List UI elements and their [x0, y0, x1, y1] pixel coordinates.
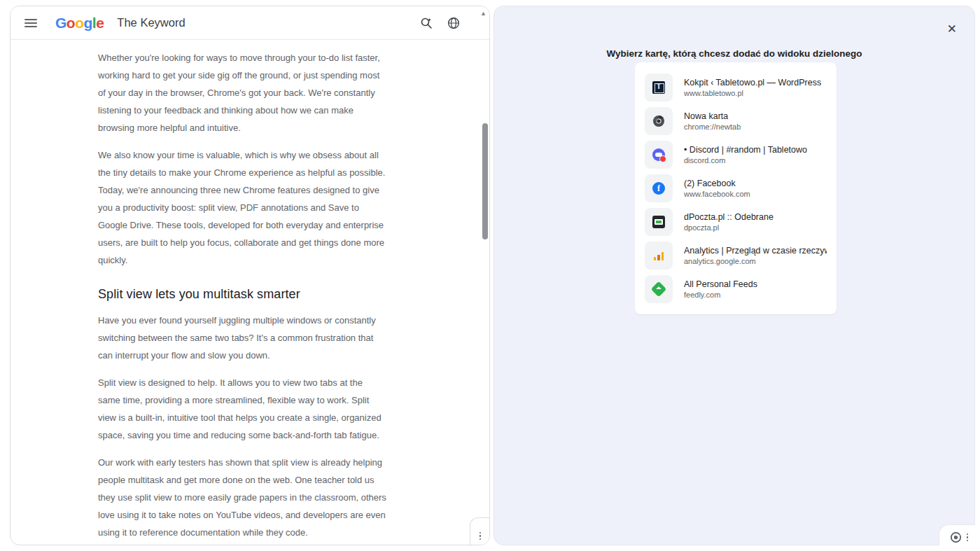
discord-favicon — [652, 148, 665, 161]
tab-url: discord.com — [684, 156, 807, 165]
tab-title: Nowa karta — [684, 111, 741, 121]
feedly-favicon — [651, 281, 667, 298]
analytics-favicon — [654, 251, 664, 260]
tab-picker-title: Wybierz kartę, którą chcesz dodać do wid… — [494, 48, 974, 59]
tab-list-item-analytics[interactable]: Analytics | Przegląd w czasie rzeczywist… — [635, 239, 836, 272]
tab-url: feedly.com — [684, 291, 757, 299]
scrollbar-up-arrow[interactable]: ▲ — [480, 10, 486, 17]
article-paragraph: Have you ever found yourself juggling mu… — [98, 312, 386, 364]
right-pane-menu-notch — [939, 524, 975, 545]
menu-icon[interactable] — [24, 19, 37, 27]
article-body: Whether you're looking for ways to move … — [98, 40, 386, 545]
scrollbar-thumb[interactable] — [482, 123, 488, 239]
tab-list-item-newtab[interactable]: Nowa karta chrome://newtab — [635, 104, 836, 138]
tabletowo-favicon: T — [652, 81, 665, 94]
article-paragraph: Split view is designed to help. It allow… — [98, 374, 386, 444]
left-pane-webpage: Google The Keyword ▲ Whether you're look… — [10, 6, 490, 545]
right-pane-kebab-menu-icon[interactable] — [967, 533, 969, 542]
facebook-favicon: f — [652, 182, 665, 195]
article-paragraph: We also know your time is valuable, whic… — [98, 146, 386, 269]
search-icon[interactable] — [420, 17, 433, 29]
tab-url: dpoczta.pl — [684, 223, 774, 232]
article-heading: Split view lets you multitask smarter — [98, 287, 386, 302]
tab-title: Analytics | Przegląd w czasie rzeczywist… — [684, 246, 827, 256]
favicon-tile: T — [645, 74, 673, 102]
site-title[interactable]: The Keyword — [117, 16, 185, 29]
right-pane-tab-picker: ✕ Wybierz kartę, którą chcesz dodać do w… — [493, 6, 975, 545]
favicon-tile — [645, 107, 673, 135]
google-logo[interactable]: Google — [55, 15, 104, 32]
left-pane-kebab-menu-icon[interactable] — [479, 532, 482, 540]
tab-list-item-dpoczta[interactable]: dPoczta.pl :: Odebrane dpoczta.pl — [635, 205, 836, 239]
tab-list-item-feedly[interactable]: All Personal Feeds feedly.com — [635, 272, 836, 306]
tab-list-item-facebook[interactable]: f (2) Facebook www.facebook.com — [635, 172, 836, 205]
tab-url: www.facebook.com — [684, 190, 750, 198]
tab-title: Kokpit ‹ Tabletowo.pl — WordPress — [684, 78, 821, 88]
site-header: Google The Keyword — [10, 6, 489, 40]
favicon-tile — [645, 208, 673, 236]
article-paragraph: Our work with early testers has shown th… — [98, 454, 386, 541]
close-icon[interactable]: ✕ — [947, 23, 957, 35]
chrome-icon[interactable] — [951, 532, 961, 543]
tab-url: www.tabletowo.pl — [684, 89, 821, 97]
mail-favicon — [652, 216, 665, 228]
split-view-stage: Google The Keyword ▲ Whether you're look… — [0, 0, 980, 551]
favicon-tile — [645, 242, 673, 270]
globe-icon[interactable] — [447, 17, 460, 29]
favicon-tile — [645, 275, 673, 303]
tab-title: (2) Facebook — [684, 179, 750, 188]
tab-url: analytics.google.com — [684, 257, 827, 265]
tab-title: All Personal Feeds — [684, 279, 757, 289]
chrome-favicon — [652, 115, 665, 127]
tab-list-item-tabletowo[interactable]: T Kokpit ‹ Tabletowo.pl — WordPress www.… — [635, 71, 836, 104]
tab-list: T Kokpit ‹ Tabletowo.pl — WordPress www.… — [635, 62, 836, 314]
tab-title: dPoczta.pl :: Odebrane — [684, 212, 774, 222]
tab-url: chrome://newtab — [684, 123, 741, 131]
favicon-tile — [645, 141, 673, 169]
article-paragraph: Whether you're looking for ways to move … — [98, 49, 386, 137]
tab-title: • Discord | #random | Tabletowo — [684, 145, 807, 155]
tab-list-item-discord[interactable]: • Discord | #random | Tabletowo discord.… — [635, 138, 836, 172]
left-pane-menu-notch — [470, 517, 490, 545]
favicon-tile: f — [645, 174, 673, 202]
